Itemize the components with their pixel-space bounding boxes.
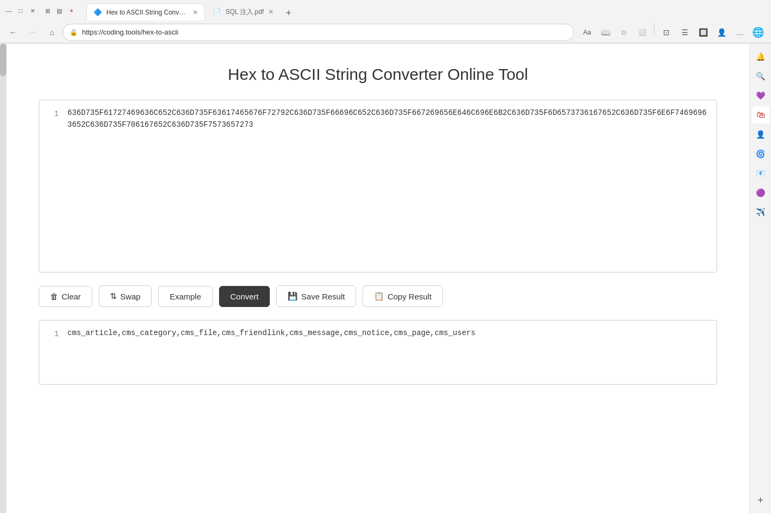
copilot-button[interactable]: 🔲 [694, 24, 712, 41]
tab-active[interactable]: 🔷 Hex to ASCII String Converter On... ✕ [86, 3, 205, 21]
close-button[interactable]: ✕ [28, 6, 37, 15]
read-aloud-button[interactable]: Aa [578, 24, 596, 41]
workspace-icon[interactable]: ⊞ [43, 6, 52, 15]
sidebar-add-icon[interactable]: + [752, 492, 769, 509]
browser-chrome: — □ ✕ ⊞ ▤ ✦ 🔷 Hex to ASCII String Conver… [0, 0, 771, 44]
right-sidebar: 🔔 🔍 💜 🛍 👤 🌀 📧 🟣 ✈️ + [749, 44, 771, 513]
tab1-label: Hex to ASCII String Converter On... [106, 9, 188, 16]
copy-label: Copy Result [387, 292, 432, 301]
input-text[interactable]: 636D735F61727469636C652C636D735F63617465… [67, 107, 708, 265]
output-text: cms_article,cms_category,cms_file,cms_fr… [67, 327, 708, 378]
convert-button[interactable]: Convert [219, 286, 270, 307]
address-bar[interactable]: 🔒 https://coding.tools/hex-to-ascii [63, 24, 574, 41]
swap-label: Swap [120, 292, 141, 301]
sidebar-search-icon[interactable]: 🔍 [752, 67, 769, 85]
edge-button[interactable]: 🌐 [749, 24, 767, 41]
bing-icon[interactable]: ✦ [67, 6, 76, 15]
sidebar-shopping-icon[interactable]: 🛍 [752, 106, 769, 124]
main-layout: Hex to ASCII String Converter Online Too… [0, 44, 771, 513]
maximize-button[interactable]: □ [16, 6, 25, 15]
minimize-button[interactable]: — [4, 6, 13, 15]
sidebar-apps-icon[interactable]: 🟣 [752, 184, 769, 201]
profile-button[interactable]: 👤 [713, 24, 730, 41]
divider [654, 24, 654, 35]
screenshot-button[interactable]: ⬜ [633, 24, 651, 41]
favorites-button[interactable]: ☆ [615, 24, 632, 41]
clear-icon: 🗑 [50, 292, 58, 301]
lock-icon: 🔒 [70, 29, 78, 36]
new-tab-button[interactable]: + [281, 5, 296, 21]
tab1-close[interactable]: ✕ [193, 9, 198, 16]
nav-icons: Aa 📖 ☆ ⬜ ⊡ ☰ 🔲 👤 … 🌐 [578, 24, 767, 41]
tab2-label: SQL 注入.pdf [226, 8, 264, 17]
address-text: https://coding.tools/hex-to-ascii [82, 28, 567, 36]
swap-button[interactable]: ⇅ Swap [99, 285, 152, 307]
sidebar-edge-icon[interactable]: 🌀 [752, 145, 769, 162]
button-bar: 🗑 Clear ⇅ Swap Example Convert 💾 Save Re… [39, 285, 717, 307]
output-area: 1 cms_article,cms_category,cms_file,cms_… [39, 320, 717, 385]
save-button[interactable]: 💾 Save Result [276, 285, 356, 307]
title-bar: — □ ✕ ⊞ ▤ ✦ 🔷 Hex to ASCII String Conver… [0, 0, 771, 22]
tab-bar: 🔷 Hex to ASCII String Converter On... ✕ … [82, 1, 767, 21]
clear-label: Clear [62, 292, 81, 301]
example-label: Example [169, 292, 201, 301]
sidebar-send-icon[interactable]: ✈️ [752, 203, 769, 221]
more-button[interactable]: … [731, 24, 748, 41]
example-button[interactable]: Example [158, 286, 212, 307]
tab-inactive[interactable]: 📄 SQL 注入.pdf ✕ [206, 3, 280, 21]
forward-button[interactable]: → [24, 24, 41, 41]
swap-icon: ⇅ [110, 291, 117, 301]
copy-icon: 📋 [374, 291, 384, 301]
page-title: Hex to ASCII String Converter Online Too… [39, 65, 717, 84]
sidebar-notifications-icon[interactable]: 🔔 [752, 48, 769, 65]
main-content: Hex to ASCII String Converter Online Too… [6, 44, 749, 513]
clear-button[interactable]: 🗑 Clear [39, 286, 92, 307]
sidebar-copilot-icon[interactable]: 💜 [752, 87, 769, 104]
sidebar-search-button[interactable]: ☰ [676, 24, 693, 41]
nav-bar: ← → ⌂ 🔒 https://coding.tools/hex-to-asci… [0, 22, 771, 43]
tab2-icon: 📄 [213, 8, 221, 16]
output-line-number: 1 [48, 327, 59, 378]
sidebar-profile-icon[interactable]: 👤 [752, 126, 769, 143]
save-icon: 💾 [288, 291, 298, 301]
window-controls: — □ ✕ [4, 6, 37, 15]
back-button[interactable]: ← [4, 24, 22, 41]
immersive-reader-button[interactable]: 📖 [597, 24, 614, 41]
convert-label: Convert [230, 292, 259, 301]
save-label: Save Result [301, 292, 345, 301]
input-area[interactable]: 1 636D735F61727469636C652C636D735F636174… [39, 100, 717, 272]
scrollbar-thumb[interactable] [0, 44, 6, 76]
sidebar-outlook-icon[interactable]: 📧 [752, 165, 769, 182]
scrollbar-track[interactable] [0, 44, 6, 513]
input-line-number: 1 [48, 107, 59, 265]
copy-button[interactable]: 📋 Copy Result [363, 285, 443, 307]
tab1-icon: 🔷 [93, 8, 102, 16]
tab2-close[interactable]: ✕ [268, 8, 274, 16]
split-view-button[interactable]: ⊡ [658, 24, 675, 41]
sidebar-toggle-icon[interactable]: ▤ [55, 6, 64, 15]
home-button[interactable]: ⌂ [43, 24, 60, 41]
